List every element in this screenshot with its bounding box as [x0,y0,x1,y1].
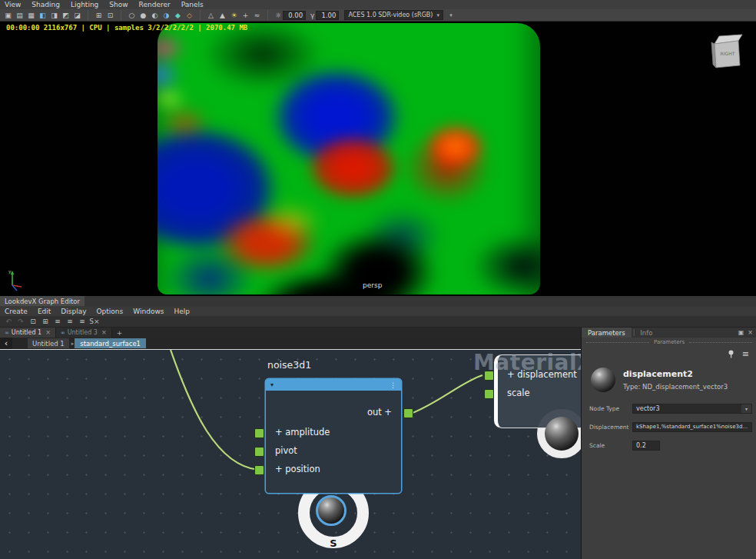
menu-display[interactable]: Display [61,308,86,315]
displacement-input-port[interactable] [484,371,494,381]
exposure-field[interactable]: ☼ 0.00 [275,11,306,20]
node-graph-canvas[interactable]: S + displacement scale noise3d1 ▾ ⋮ out [0,349,581,559]
close-icon[interactable]: × [45,329,51,336]
align-middle-icon[interactable]: ≡ [64,317,76,327]
breadcrumb-root[interactable]: Untitled 1 [28,338,69,348]
pivot-port[interactable] [254,447,264,457]
lighting-off-icon[interactable]: △ [205,10,217,20]
node-type-dropdown[interactable]: vector3 ▾ [632,404,752,414]
rendered-cube [158,23,540,294]
menu-lighting[interactable]: Lighting [71,1,98,8]
frame-all-icon[interactable]: ⊡ [27,317,39,327]
menu-options[interactable]: Options [97,308,124,315]
tab-label: Untitled 1 [12,329,41,336]
scale-field[interactable]: 0.2 [632,441,660,451]
node-name: displacement2 [623,369,693,379]
align-top-icon[interactable]: ≡ [51,317,64,327]
displacement-preview-sphere[interactable] [545,417,579,451]
gamma-field[interactable]: γ 1.00 [310,11,339,20]
tab-untitled-1[interactable]: ∞ Untitled 1 × [0,328,56,338]
safe-action-icon[interactable]: ◩ [60,10,71,20]
amplitude-port[interactable] [254,428,264,438]
noise3d1-node[interactable]: ▾ ⋮ out + + amplitude pivot + position [266,379,401,493]
node-header[interactable]: ▾ ⋮ [266,379,401,391]
noise-preview-sphere[interactable] [316,495,346,526]
field-chart-icon[interactable]: ◨ [48,10,60,20]
position-port[interactable] [254,465,264,475]
menu-create[interactable]: Create [5,308,28,315]
shadows-icon[interactable]: ☀ [228,10,240,20]
gate-mask-icon[interactable]: ◧ [37,10,48,20]
pin-icon[interactable] [728,350,734,358]
wireframe-icon[interactable]: ○ [126,10,138,20]
close-icon[interactable]: × [748,329,753,336]
redo-icon[interactable]: ↷ [15,317,27,327]
scale-input-port[interactable] [484,389,494,399]
graph-tabbar: ∞ Untitled 1 × ∞ Untitled 3 × + [0,328,581,338]
section-label: Parameters [654,339,685,345]
divider [689,342,752,343]
viewcube-face-label: RIGHT [721,51,735,56]
collapse-icon[interactable]: ▾ [270,381,274,388]
colorspace-value: ACES 1.0 SDR-video (sRGB) [348,12,433,18]
panel-menu-icon[interactable]: ≡ [742,349,749,359]
frame-all-icon[interactable]: ⊡ [104,10,116,20]
use-all-lights-icon[interactable]: ▲ [217,10,228,20]
viewport-menubar: View Shading Lighting Show Renderer Pane… [0,0,756,9]
breadcrumb: ‹ Untitled 1 ▸ standard_surface1 [0,338,581,349]
film-gate-icon[interactable]: ▤ [14,10,25,20]
xray-icon[interactable]: ◑ [161,10,172,20]
node-type-label: Node Type [589,405,632,412]
wireframe-on-shaded-icon[interactable]: ◐ [149,10,161,20]
undock-icon[interactable]: ▣ [738,329,744,336]
node-swatch-sphere[interactable] [591,368,615,392]
out-port[interactable] [403,408,413,418]
viewcube[interactable]: RIGHT [704,31,747,74]
swatch-mode-label[interactable]: S [330,537,337,549]
grid-icon[interactable]: ⊞ [93,10,104,20]
tab-info[interactable]: Info [636,329,656,337]
gamma-value[interactable]: 1.00 [316,11,339,20]
menu-edit[interactable]: Edit [38,308,51,315]
ao-icon[interactable]: + [240,10,251,20]
displacement-field[interactable]: kShape1,%standard_surface1%noise3d1.out [632,422,752,432]
viewport[interactable]: 00:00:00 2116x767 | CPU | samples 3/2/2/… [0,22,756,296]
textured-icon[interactable]: ◆ [172,10,184,20]
menu-view[interactable]: View [5,1,21,8]
panel-title[interactable]: LookdevX Graph Editor [0,296,85,306]
menu-show[interactable]: Show [109,1,128,8]
align-bottom-icon[interactable]: ≡ [76,317,88,327]
tab-untitled-3[interactable]: ∞ Untitled 3 × [56,328,112,338]
amplitude-input-label: + amplitude [275,427,330,438]
solo-icon[interactable]: S× [88,317,101,327]
use-default-material-icon[interactable]: ◇ [184,10,195,20]
menu-renderer[interactable]: Renderer [139,1,171,8]
kebab-menu-icon[interactable]: ⋮ [390,381,396,389]
menu-shading[interactable]: Shading [32,1,60,8]
resolution-gate-icon[interactable]: ▦ [25,10,37,20]
close-icon[interactable]: × [101,329,107,336]
view-transform-dropdown[interactable]: ▾ [446,12,456,18]
frame-selection-icon[interactable]: ⊞ [39,317,51,327]
undo-icon[interactable]: ↶ [2,317,15,327]
breadcrumb-current[interactable]: standard_surface1 [75,338,146,348]
menu-panels[interactable]: Panels [181,1,204,8]
parameters-section-header[interactable]: Parameters [582,338,756,347]
chevron-down-icon: ▾ [436,12,439,18]
add-tab-button[interactable]: + [112,328,128,338]
menu-help[interactable]: Help [174,308,190,315]
camera-lock-icon[interactable]: ▣ [2,10,14,20]
safe-title-icon[interactable]: ◪ [71,10,83,20]
menu-windows[interactable]: Windows [133,308,164,315]
back-button[interactable]: ‹ [0,338,12,349]
motion-blur-icon[interactable]: ≈ [251,10,263,20]
lookdevx-menubar: Create Edit Display Options Windows Help [0,306,756,316]
toolbar-separator [116,10,121,20]
exposure-value[interactable]: 0.00 [283,11,306,20]
tab-separator: | [633,329,635,336]
tab-parameters[interactable]: Parameters [582,328,632,338]
noise-node-title: noise3d1 [267,359,311,371]
scale-value: 0.2 [633,442,659,449]
smooth-shade-icon[interactable]: ● [138,10,149,20]
colorspace-dropdown[interactable]: ACES 1.0 SDR-video (sRGB) ▾ [344,10,443,20]
